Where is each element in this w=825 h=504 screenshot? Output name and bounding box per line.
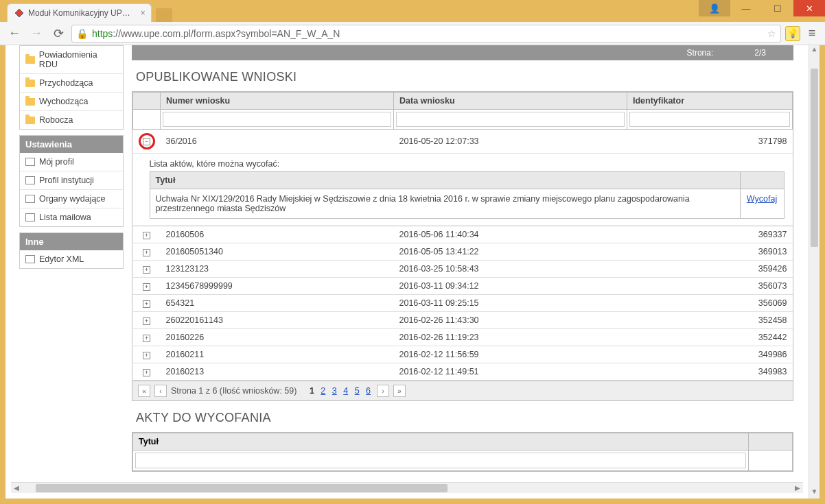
withdraw-col-tytul: Tytuł	[133, 433, 749, 451]
sub-panel: Lista aktów, które można wycofać: Tytuł …	[133, 154, 793, 226]
tab-close-icon[interactable]: ×	[141, 8, 146, 18]
sidebar-item-organy[interactable]: Organy wydające	[20, 190, 123, 208]
url-path: ://www.upe.com.pl/form.aspx?symbol=AN_F_…	[113, 28, 340, 39]
browser-tab[interactable]: Moduł Komunikacyjny UP… ×	[7, 3, 152, 22]
grid-row[interactable]: +1231231232016-03-25 10:58:43359426	[133, 261, 793, 278]
sidebar-item-wychodzaca[interactable]: Wychodząca	[20, 93, 123, 111]
pager: « ‹ Strona 1 z 6 (Ilość wniosków: 59) 1 …	[132, 381, 793, 401]
pager-next-button[interactable]: ›	[377, 385, 389, 397]
expand-icon[interactable]: +	[143, 369, 150, 376]
chrome-menu-button[interactable]: ≡	[804, 26, 820, 40]
grid-row-expanded[interactable]: − 36/2016 2016-05-20 12:07:33 371798	[133, 130, 793, 154]
close-window-button[interactable]: ✕	[793, 0, 825, 16]
wycofaj-link[interactable]: Wycofaj	[747, 194, 777, 204]
pager-page-1[interactable]: 1	[307, 386, 316, 396]
filter-data-input[interactable]	[396, 112, 625, 127]
pager-page-5[interactable]: 5	[353, 386, 362, 396]
mail-icon	[25, 213, 35, 221]
expand-icon[interactable]: +	[143, 352, 150, 359]
org-icon	[25, 195, 35, 203]
sidebar-item-edytor-xml[interactable]: Edytor XML	[20, 250, 123, 268]
collapse-icon[interactable]: −	[143, 138, 150, 145]
horizontal-scrollbar[interactable]: ◀ ▶	[11, 482, 803, 493]
sidebar: Powiadomienia RDU Przychodząca Wychodząc…	[5, 45, 124, 486]
forward-button[interactable]: →	[27, 25, 45, 43]
grid-row[interactable]: +201602262016-02-26 11:19:23352442	[133, 329, 793, 346]
expand-icon[interactable]: +	[143, 249, 150, 256]
vertical-scrollbar[interactable]: ▲ ▼	[809, 45, 820, 499]
sidebar-item-moj-profil[interactable]: Mój profil	[20, 153, 123, 171]
bookmark-star-icon[interactable]: ☆	[767, 28, 776, 39]
expand-icon[interactable]: +	[143, 232, 150, 239]
pager-status: Strona 1 z 6 (Ilość wniosków: 59)	[171, 386, 297, 396]
minimize-button[interactable]: —	[730, 0, 762, 16]
page-strip: Strona: 2/3	[132, 45, 793, 60]
folder-icon	[25, 56, 35, 64]
url-scheme: https	[92, 28, 113, 39]
pager-page-4[interactable]: 4	[341, 386, 350, 396]
folder-icon	[25, 117, 35, 124]
sidebar-header-inne: Inne	[20, 233, 123, 250]
expand-icon[interactable]: +	[143, 317, 150, 325]
strona-label: Strona:	[687, 48, 714, 58]
sidebar-item-przychodzaca[interactable]: Przychodząca	[20, 74, 123, 93]
institution-icon	[25, 176, 35, 184]
sidebar-item-powiadomienia[interactable]: Powiadomienia RDU	[20, 46, 123, 74]
pager-last-button[interactable]: »	[393, 385, 406, 397]
grid-row[interactable]: +123456789999992016-03-11 09:34:12356073	[133, 278, 793, 295]
sidebar-item-profil-instytucji[interactable]: Profil instytucji	[20, 171, 123, 190]
lock-icon: 🔒	[76, 28, 88, 39]
grid-row[interactable]: +201602112016-02-12 11:56:59349986	[133, 346, 793, 363]
sidebar-item-lista-mailowa[interactable]: Lista mailowa	[20, 208, 123, 226]
sub-panel-label: Lista aktów, które można wycofać:	[150, 159, 785, 169]
col-id[interactable]: Identyfikator	[627, 93, 793, 110]
expand-icon[interactable]: +	[143, 335, 150, 342]
xml-icon	[25, 255, 35, 263]
withdraw-filter-input[interactable]	[135, 453, 746, 468]
sub-row-title: Uchwała Nr XIX/129/2016 Rady Miejskiej w…	[150, 189, 740, 219]
new-tab-button[interactable]	[156, 8, 172, 22]
folder-icon	[25, 98, 35, 106]
highlight-circle: −	[139, 133, 155, 149]
filter-numer-input[interactable]	[163, 112, 391, 127]
expand-icon[interactable]: +	[143, 300, 150, 308]
back-button[interactable]: ←	[5, 25, 23, 43]
pager-page-6[interactable]: 6	[364, 386, 373, 396]
pager-prev-button[interactable]: ‹	[154, 385, 167, 397]
filter-id-input[interactable]	[629, 112, 790, 127]
pager-first-button[interactable]: «	[138, 385, 150, 397]
section-title-published: OPUBLIKOWANE WNIOSKI	[136, 70, 793, 84]
grid-row[interactable]: +201605062016-05-06 11:40:34369337	[133, 226, 793, 243]
sub-col-tytul: Tytuł	[150, 172, 740, 189]
user-account-button[interactable]: 👤	[699, 0, 730, 16]
grid-row[interactable]: +6543212016-03-11 09:25:15356069	[133, 295, 793, 312]
withdraw-grid: Tytuł	[132, 432, 793, 472]
tab-favicon	[14, 8, 24, 18]
section-title-withdraw: AKTY DO WYCOFANIA	[136, 411, 793, 425]
profile-icon	[25, 158, 35, 166]
main-content: Strona: 2/3 OPUBLIKOWANE WNIOSKI Numer w…	[124, 45, 799, 486]
strona-value: 2/3	[754, 48, 766, 58]
sidebar-header-ustawienia: Ustawienia	[20, 136, 123, 153]
pager-page-2[interactable]: 2	[318, 386, 327, 396]
reload-button[interactable]: ⟳	[49, 25, 67, 43]
address-bar[interactable]: 🔒 https://www.upe.com.pl/form.aspx?symbo…	[71, 25, 781, 43]
maximize-button[interactable]: ☐	[762, 0, 793, 16]
expand-icon[interactable]: +	[143, 266, 150, 274]
tab-title: Moduł Komunikacyjny UP…	[28, 8, 130, 18]
col-numer[interactable]: Numer wniosku	[161, 93, 394, 110]
grid-row[interactable]: +2016050513402016-05-05 13:41:22369013	[133, 243, 793, 261]
published-grid: Numer wniosku Data wniosku Identyfikator…	[132, 91, 793, 381]
pager-page-3[interactable]: 3	[330, 386, 339, 396]
grid-row[interactable]: +201602132016-02-12 11:49:51349983	[133, 363, 793, 381]
folder-icon	[25, 80, 35, 87]
expand-icon[interactable]: +	[143, 283, 150, 291]
col-data[interactable]: Data wniosku	[394, 93, 627, 110]
grid-row[interactable]: +2602201611432016-02-26 11:43:30352458	[133, 312, 793, 329]
sidebar-item-robocza[interactable]: Robocza	[20, 111, 123, 129]
extension-button[interactable]: 💡	[785, 26, 800, 41]
